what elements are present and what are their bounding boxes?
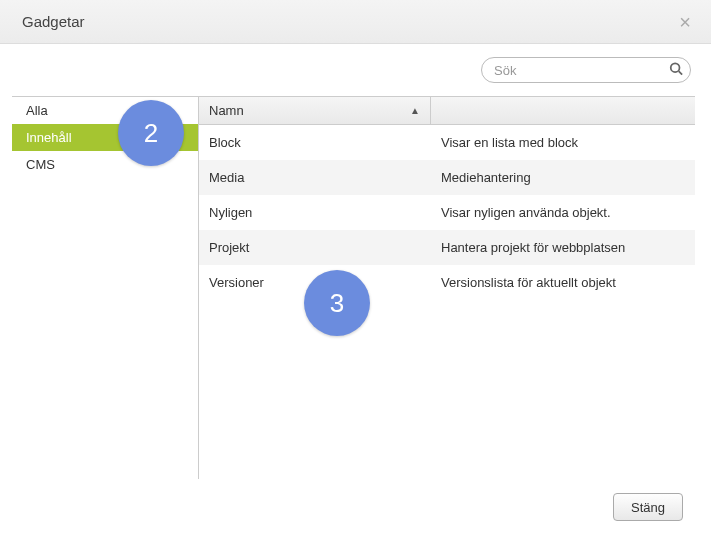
- category-sidebar: Alla Innehåll CMS: [12, 96, 198, 479]
- sort-ascending-icon: ▲: [410, 105, 420, 116]
- column-header-row: Namn ▲: [199, 97, 695, 125]
- sidebar-item-label: Alla: [26, 103, 48, 118]
- dialog-title: Gadgetar: [22, 13, 85, 30]
- column-header-name[interactable]: Namn ▲: [199, 97, 431, 124]
- search-field: [481, 57, 691, 83]
- sidebar-item-label: Innehåll: [26, 130, 72, 145]
- cell-name: Media: [199, 170, 431, 185]
- column-header-description[interactable]: [431, 97, 695, 124]
- sidebar-item-all[interactable]: Alla: [12, 97, 198, 124]
- cell-name: Versioner: [199, 275, 431, 290]
- rows-container: Block Visar en lista med block Media Med…: [199, 125, 695, 479]
- cell-description: Visar nyligen använda objekt.: [431, 205, 695, 220]
- dialog-footer: Stäng: [0, 479, 711, 535]
- cell-name: Block: [199, 135, 431, 150]
- toolbar: [0, 44, 711, 96]
- search-input[interactable]: [481, 57, 691, 83]
- dialog-header: Gadgetar ×: [0, 0, 711, 44]
- sidebar-item-content[interactable]: Innehåll: [12, 124, 198, 151]
- close-button[interactable]: Stäng: [613, 493, 683, 521]
- column-header-name-label: Namn: [209, 103, 244, 118]
- list-item[interactable]: Nyligen Visar nyligen använda objekt.: [199, 195, 695, 230]
- gadget-list: Namn ▲ Block Visar en lista med block Me…: [198, 96, 695, 479]
- sidebar-item-label: CMS: [26, 157, 55, 172]
- close-icon[interactable]: ×: [673, 8, 697, 36]
- gadgets-dialog: Gadgetar × Alla Innehåll CMS: [0, 0, 711, 535]
- sidebar-item-cms[interactable]: CMS: [12, 151, 198, 178]
- cell-name: Projekt: [199, 240, 431, 255]
- list-item[interactable]: Projekt Hantera projekt för webbplatsen: [199, 230, 695, 265]
- cell-description: Versionslista för aktuellt objekt: [431, 275, 695, 290]
- cell-description: Visar en lista med block: [431, 135, 695, 150]
- dialog-body: Alla Innehåll CMS Namn ▲ Block: [0, 96, 711, 479]
- list-item[interactable]: Media Mediehantering: [199, 160, 695, 195]
- cell-description: Hantera projekt för webbplatsen: [431, 240, 695, 255]
- list-item[interactable]: Block Visar en lista med block: [199, 125, 695, 160]
- cell-name: Nyligen: [199, 205, 431, 220]
- cell-description: Mediehantering: [431, 170, 695, 185]
- list-item[interactable]: Versioner Versionslista för aktuellt obj…: [199, 265, 695, 300]
